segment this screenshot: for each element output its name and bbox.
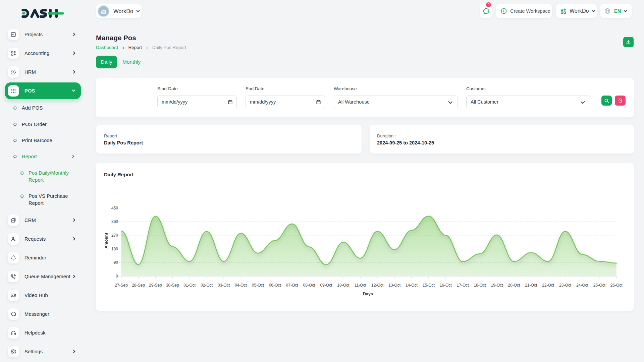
svg-text:14-Oct: 14-Oct	[406, 283, 418, 288]
svg-text:20-Oct: 20-Oct	[508, 283, 520, 288]
svg-text:05-Oct: 05-Oct	[252, 283, 264, 288]
svg-text:21-Oct: 21-Oct	[525, 283, 537, 288]
svg-text:03-Oct: 03-Oct	[218, 283, 230, 288]
svg-text:22-Oct: 22-Oct	[542, 283, 554, 288]
svg-text:27-Sep: 27-Sep	[115, 283, 128, 288]
svg-text:90: 90	[114, 260, 118, 265]
svg-text:18-Oct: 18-Oct	[474, 283, 486, 288]
svg-text:17-Oct: 17-Oct	[457, 283, 469, 288]
svg-text:30-Sep: 30-Sep	[166, 283, 179, 288]
svg-text:180: 180	[111, 247, 118, 251]
svg-text:11-Oct: 11-Oct	[355, 283, 367, 288]
svg-text:06-Oct: 06-Oct	[269, 283, 281, 288]
svg-text:360: 360	[111, 219, 118, 224]
svg-text:02-Oct: 02-Oct	[201, 283, 213, 288]
svg-text:25-Oct: 25-Oct	[593, 283, 606, 288]
svg-text:Amount: Amount	[104, 233, 109, 249]
svg-text:29-Sep: 29-Sep	[149, 283, 162, 288]
svg-text:450: 450	[111, 206, 118, 210]
svg-text:09-Oct: 09-Oct	[320, 283, 332, 288]
svg-text:01-Oct: 01-Oct	[183, 283, 196, 288]
svg-text:19-Oct: 19-Oct	[491, 283, 503, 288]
svg-text:13-Oct: 13-Oct	[388, 283, 401, 288]
svg-text:15-Oct: 15-Oct	[423, 283, 435, 288]
svg-text:08-Oct: 08-Oct	[303, 283, 315, 288]
svg-text:07-Oct: 07-Oct	[286, 283, 299, 288]
svg-text:26-Oct: 26-Oct	[610, 283, 623, 288]
svg-text:24-Oct: 24-Oct	[576, 283, 589, 288]
svg-text:12-Oct: 12-Oct	[371, 283, 384, 288]
svg-text:23-Oct: 23-Oct	[559, 283, 572, 288]
svg-text:0: 0	[116, 274, 118, 279]
svg-text:04-Oct: 04-Oct	[235, 283, 247, 288]
svg-text:270: 270	[111, 233, 118, 238]
svg-text:10-Oct: 10-Oct	[337, 283, 350, 288]
svg-text:16-Oct: 16-Oct	[440, 283, 452, 288]
svg-text:28-Sep: 28-Sep	[132, 283, 145, 288]
svg-text:Days: Days	[363, 292, 373, 296]
